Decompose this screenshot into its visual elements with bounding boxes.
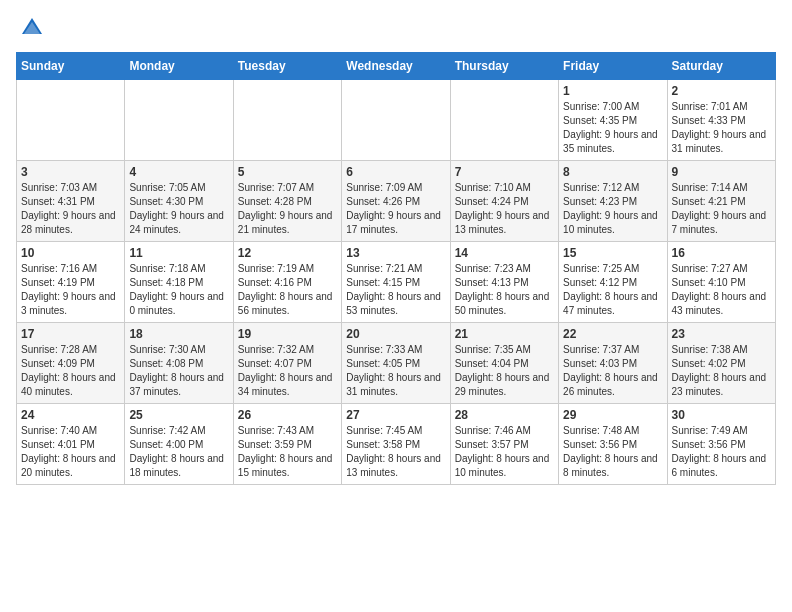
day-number: 3 [21,165,120,179]
calendar-cell: 14Sunrise: 7:23 AM Sunset: 4:13 PM Dayli… [450,242,558,323]
calendar-cell: 22Sunrise: 7:37 AM Sunset: 4:03 PM Dayli… [559,323,667,404]
day-number: 24 [21,408,120,422]
weekday-header: Wednesday [342,53,450,80]
day-number: 4 [129,165,228,179]
day-info: Sunrise: 7:48 AM Sunset: 3:56 PM Dayligh… [563,425,658,478]
calendar-cell [342,80,450,161]
calendar-cell: 3Sunrise: 7:03 AM Sunset: 4:31 PM Daylig… [17,161,125,242]
calendar-cell: 28Sunrise: 7:46 AM Sunset: 3:57 PM Dayli… [450,404,558,485]
day-number: 2 [672,84,771,98]
day-info: Sunrise: 7:12 AM Sunset: 4:23 PM Dayligh… [563,182,658,235]
day-info: Sunrise: 7:14 AM Sunset: 4:21 PM Dayligh… [672,182,767,235]
day-number: 7 [455,165,554,179]
calendar-cell: 5Sunrise: 7:07 AM Sunset: 4:28 PM Daylig… [233,161,341,242]
day-number: 29 [563,408,662,422]
day-info: Sunrise: 7:00 AM Sunset: 4:35 PM Dayligh… [563,101,658,154]
day-info: Sunrise: 7:30 AM Sunset: 4:08 PM Dayligh… [129,344,224,397]
day-number: 21 [455,327,554,341]
calendar-cell [17,80,125,161]
day-info: Sunrise: 7:16 AM Sunset: 4:19 PM Dayligh… [21,263,116,316]
calendar-cell: 23Sunrise: 7:38 AM Sunset: 4:02 PM Dayli… [667,323,775,404]
calendar-cell: 12Sunrise: 7:19 AM Sunset: 4:16 PM Dayli… [233,242,341,323]
calendar-header-row: SundayMondayTuesdayWednesdayThursdayFrid… [17,53,776,80]
day-number: 15 [563,246,662,260]
day-number: 8 [563,165,662,179]
weekday-header: Thursday [450,53,558,80]
day-number: 11 [129,246,228,260]
day-number: 20 [346,327,445,341]
calendar-cell: 16Sunrise: 7:27 AM Sunset: 4:10 PM Dayli… [667,242,775,323]
day-number: 22 [563,327,662,341]
day-number: 12 [238,246,337,260]
day-number: 26 [238,408,337,422]
day-number: 28 [455,408,554,422]
day-number: 14 [455,246,554,260]
calendar-cell: 18Sunrise: 7:30 AM Sunset: 4:08 PM Dayli… [125,323,233,404]
calendar-cell: 11Sunrise: 7:18 AM Sunset: 4:18 PM Dayli… [125,242,233,323]
calendar-cell: 26Sunrise: 7:43 AM Sunset: 3:59 PM Dayli… [233,404,341,485]
day-info: Sunrise: 7:40 AM Sunset: 4:01 PM Dayligh… [21,425,116,478]
calendar-week-row: 1Sunrise: 7:00 AM Sunset: 4:35 PM Daylig… [17,80,776,161]
calendar-cell: 21Sunrise: 7:35 AM Sunset: 4:04 PM Dayli… [450,323,558,404]
day-number: 1 [563,84,662,98]
day-info: Sunrise: 7:10 AM Sunset: 4:24 PM Dayligh… [455,182,550,235]
calendar-cell: 13Sunrise: 7:21 AM Sunset: 4:15 PM Dayli… [342,242,450,323]
day-info: Sunrise: 7:19 AM Sunset: 4:16 PM Dayligh… [238,263,333,316]
calendar-cell: 10Sunrise: 7:16 AM Sunset: 4:19 PM Dayli… [17,242,125,323]
day-number: 25 [129,408,228,422]
calendar-cell: 29Sunrise: 7:48 AM Sunset: 3:56 PM Dayli… [559,404,667,485]
calendar-table: SundayMondayTuesdayWednesdayThursdayFrid… [16,52,776,485]
weekday-header: Tuesday [233,53,341,80]
day-number: 16 [672,246,771,260]
calendar-cell: 19Sunrise: 7:32 AM Sunset: 4:07 PM Dayli… [233,323,341,404]
day-info: Sunrise: 7:05 AM Sunset: 4:30 PM Dayligh… [129,182,224,235]
day-info: Sunrise: 7:45 AM Sunset: 3:58 PM Dayligh… [346,425,441,478]
logo-icon [20,16,44,40]
day-number: 17 [21,327,120,341]
weekday-header: Friday [559,53,667,80]
page-header [16,16,776,40]
calendar-cell: 17Sunrise: 7:28 AM Sunset: 4:09 PM Dayli… [17,323,125,404]
day-number: 5 [238,165,337,179]
day-info: Sunrise: 7:27 AM Sunset: 4:10 PM Dayligh… [672,263,767,316]
day-info: Sunrise: 7:23 AM Sunset: 4:13 PM Dayligh… [455,263,550,316]
calendar-cell: 1Sunrise: 7:00 AM Sunset: 4:35 PM Daylig… [559,80,667,161]
day-number: 30 [672,408,771,422]
calendar-cell: 24Sunrise: 7:40 AM Sunset: 4:01 PM Dayli… [17,404,125,485]
day-number: 13 [346,246,445,260]
day-info: Sunrise: 7:01 AM Sunset: 4:33 PM Dayligh… [672,101,767,154]
day-info: Sunrise: 7:38 AM Sunset: 4:02 PM Dayligh… [672,344,767,397]
day-info: Sunrise: 7:09 AM Sunset: 4:26 PM Dayligh… [346,182,441,235]
weekday-header: Sunday [17,53,125,80]
day-info: Sunrise: 7:28 AM Sunset: 4:09 PM Dayligh… [21,344,116,397]
day-number: 23 [672,327,771,341]
day-info: Sunrise: 7:21 AM Sunset: 4:15 PM Dayligh… [346,263,441,316]
calendar-cell: 15Sunrise: 7:25 AM Sunset: 4:12 PM Dayli… [559,242,667,323]
day-info: Sunrise: 7:18 AM Sunset: 4:18 PM Dayligh… [129,263,224,316]
day-number: 10 [21,246,120,260]
calendar-cell: 9Sunrise: 7:14 AM Sunset: 4:21 PM Daylig… [667,161,775,242]
day-info: Sunrise: 7:46 AM Sunset: 3:57 PM Dayligh… [455,425,550,478]
day-info: Sunrise: 7:43 AM Sunset: 3:59 PM Dayligh… [238,425,333,478]
calendar-cell: 8Sunrise: 7:12 AM Sunset: 4:23 PM Daylig… [559,161,667,242]
logo [16,16,44,40]
day-info: Sunrise: 7:49 AM Sunset: 3:56 PM Dayligh… [672,425,767,478]
weekday-header: Monday [125,53,233,80]
day-info: Sunrise: 7:35 AM Sunset: 4:04 PM Dayligh… [455,344,550,397]
calendar-cell: 30Sunrise: 7:49 AM Sunset: 3:56 PM Dayli… [667,404,775,485]
calendar-cell [125,80,233,161]
calendar-cell [233,80,341,161]
calendar-week-row: 24Sunrise: 7:40 AM Sunset: 4:01 PM Dayli… [17,404,776,485]
day-info: Sunrise: 7:03 AM Sunset: 4:31 PM Dayligh… [21,182,116,235]
calendar-week-row: 3Sunrise: 7:03 AM Sunset: 4:31 PM Daylig… [17,161,776,242]
day-number: 6 [346,165,445,179]
calendar-cell: 20Sunrise: 7:33 AM Sunset: 4:05 PM Dayli… [342,323,450,404]
calendar-cell: 2Sunrise: 7:01 AM Sunset: 4:33 PM Daylig… [667,80,775,161]
day-info: Sunrise: 7:25 AM Sunset: 4:12 PM Dayligh… [563,263,658,316]
calendar-cell [450,80,558,161]
calendar-week-row: 17Sunrise: 7:28 AM Sunset: 4:09 PM Dayli… [17,323,776,404]
day-number: 9 [672,165,771,179]
day-info: Sunrise: 7:33 AM Sunset: 4:05 PM Dayligh… [346,344,441,397]
day-number: 19 [238,327,337,341]
calendar-week-row: 10Sunrise: 7:16 AM Sunset: 4:19 PM Dayli… [17,242,776,323]
